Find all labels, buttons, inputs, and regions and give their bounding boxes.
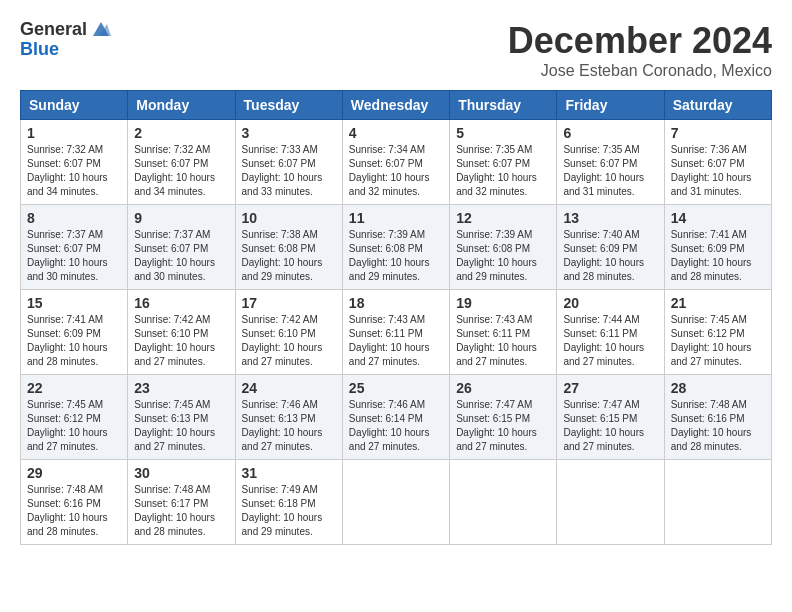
day-number: 25: [349, 380, 443, 396]
day-info: Sunrise: 7:48 AM Sunset: 6:16 PM Dayligh…: [27, 483, 121, 539]
table-row: [664, 460, 771, 545]
col-thursday: Thursday: [450, 91, 557, 120]
day-info: Sunrise: 7:32 AM Sunset: 6:07 PM Dayligh…: [27, 143, 121, 199]
table-row: 6Sunrise: 7:35 AM Sunset: 6:07 PM Daylig…: [557, 120, 664, 205]
day-number: 3: [242, 125, 336, 141]
day-info: Sunrise: 7:39 AM Sunset: 6:08 PM Dayligh…: [456, 228, 550, 284]
day-info: Sunrise: 7:41 AM Sunset: 6:09 PM Dayligh…: [671, 228, 765, 284]
table-row: 3Sunrise: 7:33 AM Sunset: 6:07 PM Daylig…: [235, 120, 342, 205]
calendar-week-row: 1Sunrise: 7:32 AM Sunset: 6:07 PM Daylig…: [21, 120, 772, 205]
day-info: Sunrise: 7:34 AM Sunset: 6:07 PM Dayligh…: [349, 143, 443, 199]
day-info: Sunrise: 7:36 AM Sunset: 6:07 PM Dayligh…: [671, 143, 765, 199]
day-number: 23: [134, 380, 228, 396]
page-header: General Blue December 2024 Jose Esteban …: [20, 20, 772, 80]
table-row: 14Sunrise: 7:41 AM Sunset: 6:09 PM Dayli…: [664, 205, 771, 290]
calendar-week-row: 8Sunrise: 7:37 AM Sunset: 6:07 PM Daylig…: [21, 205, 772, 290]
day-number: 20: [563, 295, 657, 311]
col-sunday: Sunday: [21, 91, 128, 120]
title-area: December 2024 Jose Esteban Coronado, Mex…: [508, 20, 772, 80]
day-number: 10: [242, 210, 336, 226]
day-number: 16: [134, 295, 228, 311]
table-row: 29Sunrise: 7:48 AM Sunset: 6:16 PM Dayli…: [21, 460, 128, 545]
table-row: 7Sunrise: 7:36 AM Sunset: 6:07 PM Daylig…: [664, 120, 771, 205]
logo-general: General: [20, 20, 87, 40]
day-number: 2: [134, 125, 228, 141]
day-info: Sunrise: 7:33 AM Sunset: 6:07 PM Dayligh…: [242, 143, 336, 199]
col-wednesday: Wednesday: [342, 91, 449, 120]
day-number: 17: [242, 295, 336, 311]
day-number: 19: [456, 295, 550, 311]
table-row: [450, 460, 557, 545]
day-number: 15: [27, 295, 121, 311]
table-row: 1Sunrise: 7:32 AM Sunset: 6:07 PM Daylig…: [21, 120, 128, 205]
day-number: 5: [456, 125, 550, 141]
col-friday: Friday: [557, 91, 664, 120]
col-tuesday: Tuesday: [235, 91, 342, 120]
table-row: 26Sunrise: 7:47 AM Sunset: 6:15 PM Dayli…: [450, 375, 557, 460]
calendar-title: December 2024: [508, 20, 772, 62]
table-row: 2Sunrise: 7:32 AM Sunset: 6:07 PM Daylig…: [128, 120, 235, 205]
day-number: 22: [27, 380, 121, 396]
table-row: 23Sunrise: 7:45 AM Sunset: 6:13 PM Dayli…: [128, 375, 235, 460]
day-info: Sunrise: 7:40 AM Sunset: 6:09 PM Dayligh…: [563, 228, 657, 284]
day-info: Sunrise: 7:39 AM Sunset: 6:08 PM Dayligh…: [349, 228, 443, 284]
table-row: 27Sunrise: 7:47 AM Sunset: 6:15 PM Dayli…: [557, 375, 664, 460]
table-row: 8Sunrise: 7:37 AM Sunset: 6:07 PM Daylig…: [21, 205, 128, 290]
day-number: 29: [27, 465, 121, 481]
day-number: 30: [134, 465, 228, 481]
day-info: Sunrise: 7:47 AM Sunset: 6:15 PM Dayligh…: [456, 398, 550, 454]
table-row: 24Sunrise: 7:46 AM Sunset: 6:13 PM Dayli…: [235, 375, 342, 460]
day-number: 27: [563, 380, 657, 396]
table-row: 22Sunrise: 7:45 AM Sunset: 6:12 PM Dayli…: [21, 375, 128, 460]
table-row: 25Sunrise: 7:46 AM Sunset: 6:14 PM Dayli…: [342, 375, 449, 460]
day-info: Sunrise: 7:43 AM Sunset: 6:11 PM Dayligh…: [349, 313, 443, 369]
table-row: 31Sunrise: 7:49 AM Sunset: 6:18 PM Dayli…: [235, 460, 342, 545]
day-number: 28: [671, 380, 765, 396]
day-info: Sunrise: 7:42 AM Sunset: 6:10 PM Dayligh…: [134, 313, 228, 369]
table-row: 30Sunrise: 7:48 AM Sunset: 6:17 PM Dayli…: [128, 460, 235, 545]
day-info: Sunrise: 7:42 AM Sunset: 6:10 PM Dayligh…: [242, 313, 336, 369]
calendar-header-row: Sunday Monday Tuesday Wednesday Thursday…: [21, 91, 772, 120]
day-info: Sunrise: 7:48 AM Sunset: 6:17 PM Dayligh…: [134, 483, 228, 539]
day-number: 4: [349, 125, 443, 141]
day-info: Sunrise: 7:45 AM Sunset: 6:13 PM Dayligh…: [134, 398, 228, 454]
day-number: 9: [134, 210, 228, 226]
table-row: 15Sunrise: 7:41 AM Sunset: 6:09 PM Dayli…: [21, 290, 128, 375]
day-info: Sunrise: 7:41 AM Sunset: 6:09 PM Dayligh…: [27, 313, 121, 369]
day-info: Sunrise: 7:46 AM Sunset: 6:14 PM Dayligh…: [349, 398, 443, 454]
table-row: 13Sunrise: 7:40 AM Sunset: 6:09 PM Dayli…: [557, 205, 664, 290]
table-row: 9Sunrise: 7:37 AM Sunset: 6:07 PM Daylig…: [128, 205, 235, 290]
day-number: 1: [27, 125, 121, 141]
calendar-subtitle: Jose Esteban Coronado, Mexico: [508, 62, 772, 80]
table-row: 18Sunrise: 7:43 AM Sunset: 6:11 PM Dayli…: [342, 290, 449, 375]
day-number: 21: [671, 295, 765, 311]
col-saturday: Saturday: [664, 91, 771, 120]
calendar-week-row: 22Sunrise: 7:45 AM Sunset: 6:12 PM Dayli…: [21, 375, 772, 460]
day-number: 12: [456, 210, 550, 226]
day-info: Sunrise: 7:38 AM Sunset: 6:08 PM Dayligh…: [242, 228, 336, 284]
table-row: 28Sunrise: 7:48 AM Sunset: 6:16 PM Dayli…: [664, 375, 771, 460]
day-number: 11: [349, 210, 443, 226]
table-row: [342, 460, 449, 545]
calendar-week-row: 29Sunrise: 7:48 AM Sunset: 6:16 PM Dayli…: [21, 460, 772, 545]
day-info: Sunrise: 7:37 AM Sunset: 6:07 PM Dayligh…: [134, 228, 228, 284]
day-info: Sunrise: 7:45 AM Sunset: 6:12 PM Dayligh…: [27, 398, 121, 454]
table-row: 12Sunrise: 7:39 AM Sunset: 6:08 PM Dayli…: [450, 205, 557, 290]
day-info: Sunrise: 7:37 AM Sunset: 6:07 PM Dayligh…: [27, 228, 121, 284]
table-row: 16Sunrise: 7:42 AM Sunset: 6:10 PM Dayli…: [128, 290, 235, 375]
day-number: 18: [349, 295, 443, 311]
day-number: 26: [456, 380, 550, 396]
logo: General Blue: [20, 20, 111, 60]
table-row: 10Sunrise: 7:38 AM Sunset: 6:08 PM Dayli…: [235, 205, 342, 290]
day-info: Sunrise: 7:49 AM Sunset: 6:18 PM Dayligh…: [242, 483, 336, 539]
table-row: 4Sunrise: 7:34 AM Sunset: 6:07 PM Daylig…: [342, 120, 449, 205]
day-info: Sunrise: 7:44 AM Sunset: 6:11 PM Dayligh…: [563, 313, 657, 369]
col-monday: Monday: [128, 91, 235, 120]
day-number: 24: [242, 380, 336, 396]
day-info: Sunrise: 7:43 AM Sunset: 6:11 PM Dayligh…: [456, 313, 550, 369]
day-info: Sunrise: 7:35 AM Sunset: 6:07 PM Dayligh…: [456, 143, 550, 199]
logo-icon: [89, 18, 111, 40]
table-row: [557, 460, 664, 545]
day-info: Sunrise: 7:35 AM Sunset: 6:07 PM Dayligh…: [563, 143, 657, 199]
day-number: 6: [563, 125, 657, 141]
